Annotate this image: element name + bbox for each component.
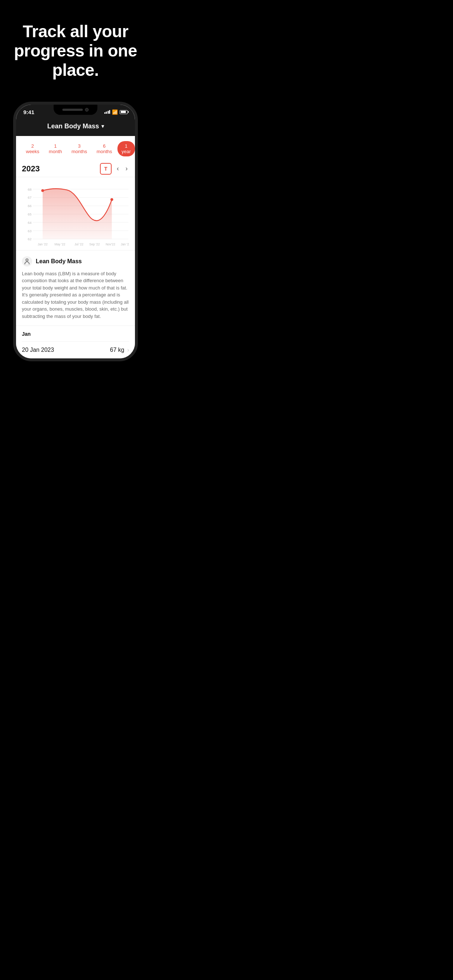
data-entry-chevron-icon: › (127, 347, 129, 353)
filter-6months[interactable]: 6 months (93, 141, 116, 156)
lean-body-mass-icon (22, 256, 32, 267)
info-section: Lean Body Mass Lean body mass (LBM) is a… (16, 250, 135, 326)
wifi-icon: 📶 (112, 110, 118, 115)
info-header: Lean Body Mass (22, 256, 129, 267)
svg-text:May '22: May '22 (55, 242, 65, 246)
filter-2weeks[interactable]: 2 weeks (22, 141, 43, 156)
time-filter: 2 weeks 1 month 3 months 6 months 1 year (16, 136, 135, 160)
app-header-title[interactable]: Lean Body Mass ▾ (47, 123, 104, 130)
filter-1year[interactable]: 1 year (118, 141, 135, 156)
chart-fill (43, 188, 112, 239)
hero-section: Track all your progress in one place. (0, 0, 151, 94)
chart-dot-start (41, 189, 44, 192)
info-title: Lean Body Mass (36, 258, 82, 265)
info-description: Lean body mass (LBM) is a measure of bod… (22, 270, 129, 320)
phone-wrapper: 9:41 📶 Lean Body Mass ▾ (0, 94, 151, 376)
header-chevron-icon: ▾ (101, 123, 104, 129)
svg-text:68: 68 (28, 187, 32, 191)
header-title-text: Lean Body Mass (47, 123, 99, 130)
today-button[interactable]: T (100, 163, 112, 175)
phone-frame: 9:41 📶 Lean Body Mass ▾ (13, 102, 138, 362)
status-time: 9:41 (23, 109, 34, 115)
year-label: 2023 (22, 164, 40, 173)
data-entry-kg: 67 kg (110, 347, 124, 353)
status-icons: 📶 (104, 110, 128, 115)
svg-point-20 (26, 259, 28, 261)
app-header: Lean Body Mass ▾ (16, 118, 135, 136)
status-bar: 9:41 📶 (16, 105, 135, 118)
filter-1month[interactable]: 1 month (45, 141, 66, 156)
svg-text:63: 63 (28, 229, 32, 232)
next-arrow-button[interactable]: › (124, 163, 129, 174)
hero-title: Track all your progress in one place. (11, 22, 140, 80)
svg-text:65: 65 (28, 212, 32, 216)
signal-bar-3 (108, 111, 109, 114)
svg-text:Jan '22: Jan '22 (38, 242, 48, 246)
prev-arrow-button[interactable]: ‹ (115, 163, 120, 174)
data-entry-date: 20 Jan 2023 (22, 347, 54, 353)
svg-text:Jul '22: Jul '22 (74, 242, 83, 246)
svg-text:64: 64 (28, 220, 32, 224)
battery-fill (121, 111, 126, 113)
svg-text:62: 62 (28, 237, 32, 241)
svg-text:67: 67 (28, 196, 32, 199)
signal-bar-4 (109, 110, 110, 114)
notch-pill (62, 109, 83, 111)
year-controls: T ‹ › (100, 163, 129, 175)
svg-text:66: 66 (28, 204, 32, 208)
chart-svg: 68 67 66 65 64 63 62 (22, 181, 129, 250)
body-icon-svg (24, 258, 30, 265)
app-content: 2 weeks 1 month 3 months 6 months 1 year… (16, 136, 135, 359)
data-section: Jan 20 Jan 2023 67 kg › (16, 326, 135, 358)
svg-text:Jan '22: Jan '22 (121, 242, 129, 246)
battery-icon (120, 110, 128, 114)
year-header: 2023 T ‹ › (16, 160, 135, 177)
filter-3months[interactable]: 3 months (67, 141, 91, 156)
notch-dot (85, 108, 89, 111)
signal-bar-1 (104, 112, 105, 114)
svg-text:Nov'22: Nov'22 (106, 242, 116, 246)
data-entry-value: 67 kg › (110, 347, 129, 353)
chart-container: 68 67 66 65 64 63 62 (16, 177, 135, 250)
data-entry[interactable]: 20 Jan 2023 67 kg › (22, 341, 129, 358)
data-month-label: Jan (22, 331, 129, 337)
signal-bar-2 (106, 111, 107, 114)
chart-dot-end (110, 198, 113, 201)
phone-notch (54, 105, 97, 115)
signal-bars (104, 110, 110, 114)
svg-text:Sep '22: Sep '22 (89, 242, 100, 246)
